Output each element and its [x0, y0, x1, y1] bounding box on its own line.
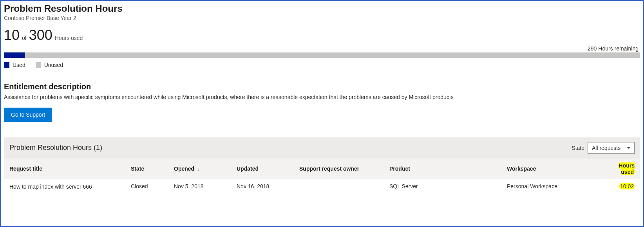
state-filter-label: State — [572, 145, 584, 151]
hours-of-label: of — [22, 35, 27, 41]
legend-unused-label: Unused — [44, 62, 63, 68]
hours-total-value: 300 — [29, 28, 52, 42]
entitlement-text: Assistance for problems with specific sy… — [4, 94, 640, 101]
table-header-row: Request title State Opened ↓ Updated Sup… — [4, 159, 640, 179]
page-subtitle: Contoso Premier Base Year 2 — [4, 15, 640, 21]
cell-updated: Nov 16, 2018 — [231, 179, 294, 194]
swatch-unused-icon — [36, 62, 41, 68]
col-workspace[interactable]: Workspace — [501, 159, 599, 179]
hours-used-value: 10 — [4, 28, 20, 42]
state-filter: State All requests — [572, 142, 635, 154]
col-opened[interactable]: Opened ↓ — [168, 159, 231, 179]
col-hours-used-label: Hours used — [618, 162, 635, 175]
state-filter-select[interactable]: All requests — [588, 142, 635, 154]
hours-used-label: Hours used — [55, 35, 83, 41]
hours-summary: 10 of 300 Hours used — [4, 28, 640, 42]
cell-opened: Nov 5, 2018 — [168, 179, 231, 194]
usage-bar — [4, 52, 640, 58]
sort-down-icon: ↓ — [197, 166, 200, 172]
col-state[interactable]: State — [125, 159, 168, 179]
swatch-used-icon — [4, 62, 9, 68]
col-request-title[interactable]: Request title — [4, 159, 125, 179]
legend-unused: Unused — [36, 62, 63, 68]
entitlement-title: Entitlement description — [4, 82, 640, 91]
requests-header-bar: Problem Resolution Hours (1) State All r… — [4, 137, 640, 159]
cell-request-title[interactable]: How to map index with server 666 — [4, 179, 125, 194]
col-owner[interactable]: Support request owner — [294, 159, 384, 179]
cell-workspace: Personal Workspace — [501, 179, 599, 194]
usage-legend: Used Unused — [4, 62, 640, 68]
table-row[interactable]: How to map index with server 666ClosedNo… — [4, 179, 640, 194]
usage-bar-fill — [4, 52, 25, 58]
requests-title: Problem Resolution Hours (1) — [9, 144, 102, 152]
state-filter-select-wrap: All requests — [588, 142, 635, 154]
legend-used: Used — [4, 62, 25, 68]
cell-product: SQL Server — [384, 179, 501, 194]
cell-state: Closed — [125, 179, 168, 194]
legend-used-label: Used — [13, 62, 25, 68]
hours-remaining-text: 290 Hours remaining — [4, 45, 640, 52]
requests-section: Problem Resolution Hours (1) State All r… — [4, 137, 640, 195]
col-updated[interactable]: Updated — [231, 159, 294, 179]
cell-owner — [294, 179, 384, 194]
page-title: Problem Resolution Hours — [4, 3, 640, 14]
col-hours-used[interactable]: Hours used — [599, 159, 640, 179]
requests-table: Request title State Opened ↓ Updated Sup… — [4, 159, 640, 195]
col-product[interactable]: Product — [384, 159, 501, 179]
go-to-support-button[interactable]: Go to Support — [4, 108, 52, 122]
cell-hours-used: 10:02 — [599, 179, 640, 194]
col-opened-label: Opened — [174, 166, 194, 172]
